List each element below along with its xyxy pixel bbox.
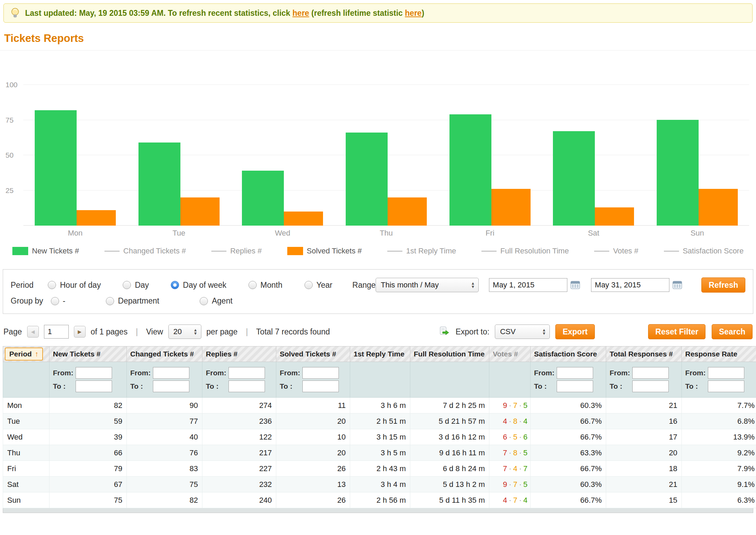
radio-month[interactable]: Month xyxy=(248,281,282,290)
refresh-lifetime-link[interactable]: here xyxy=(405,9,422,18)
legend-label: New Tickets # xyxy=(32,247,79,255)
filter-from-input-replies[interactable] xyxy=(229,367,265,379)
sorted-column-box: Period↑ xyxy=(5,348,43,361)
range-select[interactable]: This month / May ▲▼ xyxy=(376,278,479,292)
filter-from-input-total-responses[interactable] xyxy=(632,367,669,379)
radio-day[interactable]: Day xyxy=(123,281,149,290)
cell-full-resolution-time: 9 d 16 h 11 m xyxy=(410,445,489,461)
step-down-icon: ▼ xyxy=(471,285,475,288)
cell-period: Thu xyxy=(3,445,49,461)
filter-from-input-response-rate[interactable] xyxy=(708,367,744,379)
column-header-response-rate[interactable]: Response Rate xyxy=(682,346,756,362)
reset-filter-button[interactable]: Reset Filter xyxy=(648,324,705,339)
legend-item-1st-reply-time[interactable]: 1st Reply Time xyxy=(387,247,456,255)
cell-full-resolution-time: 5 d 21 h 57 m xyxy=(410,413,489,429)
radio-button-icon xyxy=(123,281,131,289)
vote-separator: · xyxy=(509,417,511,425)
filter-from-input-changed-tickets[interactable] xyxy=(153,367,189,379)
radio-year[interactable]: Year xyxy=(304,281,332,290)
column-header-new-tickets[interactable]: New Tickets # xyxy=(49,346,127,362)
radio-hour-of-day[interactable]: Hour of day xyxy=(48,281,101,290)
legend-item-replies[interactable]: Replies # xyxy=(211,247,262,255)
bar-group-sat xyxy=(542,131,646,226)
export-button[interactable]: Export xyxy=(555,324,595,339)
filter-from-input-solved-tickets[interactable] xyxy=(302,367,339,379)
column-header-total-responses[interactable]: Total Responses # xyxy=(606,346,682,362)
column-header-period[interactable]: Period↑ xyxy=(3,346,49,362)
filter-to-row: To : xyxy=(130,380,199,392)
date-from-input[interactable] xyxy=(489,278,567,292)
legend-item-new-tickets[interactable]: New Tickets # xyxy=(12,247,79,255)
column-header-solved-tickets[interactable]: Solved Tickets # xyxy=(276,346,350,362)
export-icon[interactable] xyxy=(439,327,450,337)
cell-solved-tickets: 20 xyxy=(276,413,350,429)
radio-none[interactable]: - xyxy=(51,296,66,306)
filter-to-input-replies[interactable] xyxy=(229,380,265,392)
search-button[interactable]: Search xyxy=(712,324,753,339)
filter-to-input-total-responses[interactable] xyxy=(632,380,669,392)
period-label: Period xyxy=(11,281,33,290)
previous-page-icon: ◀ xyxy=(31,329,35,334)
filter-cell-solved-tickets: From:To : xyxy=(276,362,350,398)
cell-full-resolution-time: 6 d 8 h 24 m xyxy=(410,461,489,477)
cell-total-responses: 20 xyxy=(606,445,682,461)
legend-item-changed-tickets[interactable]: Changed Tickets # xyxy=(104,247,186,255)
vote-separator: · xyxy=(509,448,511,457)
bar-group-mon xyxy=(23,110,127,226)
filter-from-input-new-tickets[interactable] xyxy=(76,367,112,379)
legend-item-satisfaction-score[interactable]: Satisfaction Score xyxy=(664,247,744,255)
column-header-1st-reply-time[interactable]: 1st Reply Time xyxy=(350,346,410,362)
cell-satisfaction-score: 60.3% xyxy=(531,398,606,413)
filter-to-row: To : xyxy=(610,380,678,392)
export-format-select[interactable]: CSV ▲▼ xyxy=(495,325,550,339)
filter-to-input-response-rate[interactable] xyxy=(708,380,744,392)
filter-to-input-changed-tickets[interactable] xyxy=(153,380,189,392)
column-header-changed-tickets[interactable]: Changed Tickets # xyxy=(127,346,202,362)
column-header-replies[interactable]: Replies # xyxy=(202,346,276,362)
radio-department[interactable]: Department xyxy=(106,296,159,306)
per-page-select[interactable]: 20 ▲▼ xyxy=(168,325,201,339)
column-header-satisfaction-score[interactable]: Satisfaction Score xyxy=(531,346,606,362)
legend-item-votes[interactable]: Votes # xyxy=(594,247,638,255)
radio-agent[interactable]: Agent xyxy=(200,296,232,306)
radio-button-icon xyxy=(106,297,114,305)
x-axis-label: Mon xyxy=(23,229,127,238)
filter-cell-total-responses: From:To : xyxy=(606,362,682,398)
filter-to-input-new-tickets[interactable] xyxy=(76,380,112,392)
previous-page-button[interactable]: ◀ xyxy=(27,326,39,338)
cell-replies: 217 xyxy=(202,445,276,461)
column-header-votes[interactable]: Votes # xyxy=(489,346,531,362)
notification-text: Last updated: May, 19 2015 03:59 AM. To … xyxy=(25,9,424,18)
legend-item-solved-tickets[interactable]: Solved Tickets # xyxy=(287,247,362,255)
table-row-mon: Mon8290274113 h 6 m7 d 2 h 25 m9·7·560.3… xyxy=(3,398,756,413)
notification-prefix: Last updated: May, 19 2015 03:59 AM. To … xyxy=(25,9,292,18)
bar-solved-tickets-mon xyxy=(77,210,116,226)
legend-item-full-resolution-time[interactable]: Full Resolution Time xyxy=(481,247,569,255)
radio-label: Hour of day xyxy=(60,281,101,290)
refresh-button[interactable]: Refresh xyxy=(701,277,745,293)
calendar-to-icon[interactable] xyxy=(672,281,682,289)
filter-label: To : xyxy=(53,382,76,390)
radio-day-of-week[interactable]: Day of week xyxy=(171,281,226,290)
cell-response-rate: 7.9% xyxy=(682,461,756,477)
column-header-full-resolution-time[interactable]: Full Resolution Time xyxy=(410,346,489,362)
filter-label: To : xyxy=(610,382,632,390)
filter-label: From: xyxy=(610,369,632,377)
filter-from-input-satisfaction-score[interactable] xyxy=(557,367,593,379)
filter-to-input-satisfaction-score[interactable] xyxy=(557,380,593,392)
date-to-input[interactable] xyxy=(591,278,669,292)
total-records-text: Total 7 records found xyxy=(256,327,330,337)
filter-label: To : xyxy=(130,382,153,390)
filter-to-row: To : xyxy=(534,380,602,392)
filter-cell-new-tickets: From:To : xyxy=(49,362,127,398)
legend-line-icon xyxy=(664,251,679,252)
calendar-from-icon[interactable] xyxy=(570,281,580,289)
step-down-icon: ▼ xyxy=(193,332,198,335)
page-number-input[interactable] xyxy=(44,325,69,339)
refresh-recent-link[interactable]: here xyxy=(292,9,309,18)
filter-to-input-solved-tickets[interactable] xyxy=(302,380,339,392)
next-page-button[interactable]: ▶ xyxy=(74,326,86,338)
cell-satisfaction-score: 63.3% xyxy=(531,445,606,461)
x-axis-label: Sat xyxy=(542,229,646,238)
legend-label: Changed Tickets # xyxy=(123,247,186,255)
